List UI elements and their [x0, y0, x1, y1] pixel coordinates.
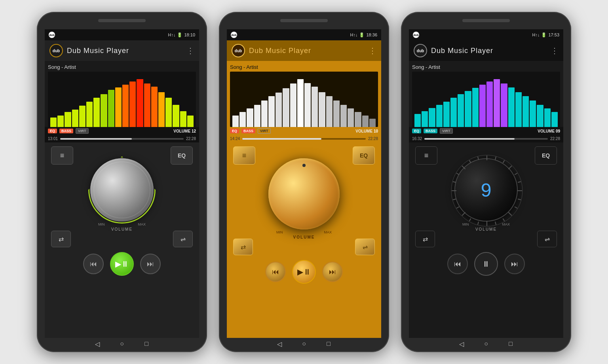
svg-line-23	[469, 160, 471, 163]
nav-bar-1: ◁ ○ □	[92, 338, 152, 352]
eq-badge-1[interactable]: EQ	[48, 129, 57, 133]
visualizer-area-2: Song - Artist	[227, 61, 381, 127]
battery-icon-3: 🔋	[541, 32, 547, 38]
svg-line-16	[462, 212, 465, 215]
controls-row-3: EQ BASS VIRT VOLUME 09	[409, 127, 563, 135]
list-btn-2[interactable]: ≡	[233, 146, 255, 165]
time-current-1: 13:01	[48, 136, 58, 141]
eq-btn-3[interactable]: EQ	[535, 146, 557, 165]
svg-line-12	[495, 222, 496, 225]
nav-back-3[interactable]: ◁	[456, 339, 467, 349]
next-btn-3[interactable]: ⏭	[504, 254, 525, 274]
app-logo-1: dub	[49, 44, 63, 57]
eq-badge-3[interactable]: EQ	[412, 129, 421, 133]
progress-track-1[interactable]	[60, 138, 184, 140]
playback-row-3: ⏮ ⏸ ⏭	[447, 252, 525, 276]
nav-home-3[interactable]: ○	[481, 339, 491, 349]
app-title-1: Dub Music Player	[67, 47, 182, 55]
list-btn-1[interactable]: ≡	[51, 146, 73, 165]
player-area-3: ≡ EQ	[409, 142, 563, 338]
svg-point-0	[451, 155, 522, 226]
bass-badge-3[interactable]: BASS	[424, 129, 437, 133]
svg-line-4	[508, 166, 511, 169]
shuffle-btn-1[interactable]: ⇌	[173, 231, 193, 247]
app-logo-3: dub	[414, 44, 427, 57]
play-btn-1[interactable]: ▶⏸	[110, 252, 134, 276]
repeat-btn-3[interactable]: ⇄	[415, 231, 435, 247]
progress-track-2[interactable]	[242, 138, 366, 140]
nav-recent-3[interactable]: □	[505, 339, 516, 349]
nav-home-2[interactable]: ○	[299, 339, 309, 349]
nav-recent-2[interactable]: □	[323, 339, 334, 349]
virt-badge-2[interactable]: VIRT	[258, 128, 271, 134]
volume-knob-3[interactable]: 9	[454, 158, 518, 222]
repeat-btn-1[interactable]: ⇄	[51, 231, 71, 247]
prev-btn-3[interactable]: ⏮	[447, 254, 468, 274]
bottom-row-3: ⇄ ⇌	[415, 231, 557, 247]
eq-btn-1[interactable]: EQ	[171, 146, 193, 165]
time-current-3: 16:32	[412, 136, 422, 141]
nav-back-2[interactable]: ◁	[274, 339, 285, 349]
next-btn-2[interactable]: ⏭	[322, 262, 343, 282]
volume-knob-1[interactable]	[90, 158, 154, 222]
svg-line-11	[503, 218, 505, 221]
volume-label-2: VOLUME 10	[355, 129, 378, 133]
nav-home-1[interactable]: ○	[117, 339, 127, 349]
app-title-2: Dub Music Player	[249, 47, 365, 55]
svg-line-20	[453, 182, 456, 182]
visualizer-area-3: Song - Artist	[409, 61, 563, 127]
virt-badge-1[interactable]: VIRT	[76, 128, 89, 134]
knob-container-3: 9 MIN MAX VOLUME	[454, 158, 518, 231]
svg-line-6	[518, 182, 521, 182]
battery-icon-2: 🔋	[359, 32, 365, 38]
virt-badge-3[interactable]: VIRT	[440, 128, 453, 134]
nav-recent-1[interactable]: □	[141, 339, 152, 349]
phone-1-screen: dub H↑↓ 🔋 18:10 dub Dub Music Player ⋮ S…	[45, 29, 199, 338]
playback-row-1: ⏮ ▶⏸ ⏭	[83, 252, 161, 276]
svg-line-10	[508, 212, 511, 215]
svg-line-2	[495, 157, 496, 160]
play-btn-2[interactable]: ▶⏸	[292, 260, 316, 284]
more-menu-3[interactable]: ⋮	[551, 46, 559, 55]
play-btn-3[interactable]: ⏸	[474, 252, 498, 276]
status-icons-3: H↑↓ 🔋 17:53	[532, 32, 559, 38]
shuffle-btn-3[interactable]: ⇌	[537, 231, 557, 247]
status-dub-logo-3: dub	[413, 32, 419, 38]
eq-btn-2[interactable]: EQ	[353, 146, 375, 165]
volume-knob-2[interactable]	[268, 158, 340, 229]
svg-line-21	[456, 173, 459, 175]
prev-btn-2[interactable]: ⏮	[265, 262, 286, 282]
nav-bar-2: ◁ ○ □	[274, 338, 334, 352]
app-header-2: dub Dub Music Player ⋮	[227, 40, 381, 61]
svg-line-24	[478, 157, 479, 160]
svg-line-18	[453, 199, 456, 200]
progress-row-2: 14:24 22:28	[227, 135, 381, 142]
more-menu-1[interactable]: ⋮	[186, 46, 194, 55]
time-total-2: 22:28	[368, 136, 378, 141]
bass-badge-1[interactable]: BASS	[59, 129, 73, 133]
bass-badge-2[interactable]: BASS	[241, 129, 255, 133]
eq-badge-2[interactable]: EQ	[230, 129, 239, 133]
app-header-1: dub Dub Music Player ⋮	[45, 40, 199, 61]
progress-fill-3	[424, 138, 515, 140]
svg-line-14	[478, 222, 479, 225]
prev-btn-1[interactable]: ⏮	[83, 254, 104, 274]
time-3: 17:53	[548, 32, 559, 37]
time-1: 18:10	[184, 32, 195, 37]
player-area-2: ≡ EQ MIN MAX VOLUME ⇄ ⇌ ⏮	[227, 142, 381, 338]
progress-track-3[interactable]	[424, 138, 548, 140]
status-icons-2: H↑↓ 🔋 18:36	[350, 32, 377, 38]
time-total-3: 22:28	[550, 136, 560, 141]
playback-row-2: ⏮ ▶⏸ ⏭	[265, 260, 343, 284]
next-btn-1[interactable]: ⏭	[140, 254, 161, 274]
nav-back-1[interactable]: ◁	[92, 339, 103, 349]
shuffle-btn-2[interactable]: ⇌	[355, 239, 375, 255]
list-btn-3[interactable]: ≡	[415, 146, 437, 165]
more-menu-2[interactable]: ⋮	[369, 46, 376, 55]
app-title-3: Dub Music Player	[431, 47, 547, 55]
signal-icon-3: H↑↓	[532, 32, 540, 37]
repeat-btn-2[interactable]: ⇄	[233, 239, 253, 255]
status-dub-logo-2: dub	[231, 32, 237, 38]
visualizer-3	[412, 72, 560, 127]
bottom-row-1: ⇄ ⇌	[51, 231, 193, 247]
